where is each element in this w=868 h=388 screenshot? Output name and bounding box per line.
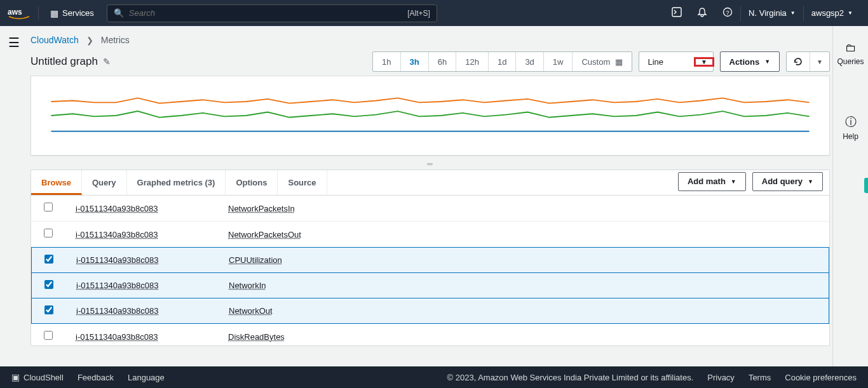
timerange-12h[interactable]: 12h	[456, 52, 489, 71]
cloudshell-icon: ▣	[11, 372, 20, 382]
breadcrumb-sep-icon: ❯	[86, 36, 93, 45]
row-checkbox[interactable]	[44, 255, 53, 264]
chevron-down-icon: ▼	[764, 58, 770, 65]
global-search[interactable]: 🔍 [Alt+S]	[107, 4, 437, 22]
search-input[interactable]	[129, 8, 430, 18]
hamburger-menu-icon[interactable]: ☰	[8, 35, 20, 366]
chevron-down-icon: ▼	[848, 10, 853, 16]
help-panel-button[interactable]: ⓘ Help	[843, 114, 858, 141]
region-label: N. Virginia	[749, 8, 787, 18]
row-checkbox[interactable]	[44, 229, 53, 237]
tab-options[interactable]: Options	[226, 170, 278, 195]
metric-name[interactable]: NetworkIn	[229, 281, 266, 290]
timerange-3d[interactable]: 3d	[516, 52, 543, 71]
tab-query[interactable]: Query	[82, 170, 127, 195]
notifications-icon[interactable]	[689, 7, 715, 20]
edit-title-icon[interactable]: ✎	[103, 57, 111, 67]
account-menu[interactable]: awsgsp2▼	[804, 8, 860, 18]
row-checkbox[interactable]	[44, 203, 53, 211]
metrics-table[interactable]: i-01511340a93b8c083NetworkPacketsIni-015…	[31, 195, 830, 346]
footer-terms[interactable]: Terms	[749, 373, 771, 382]
add-query-label: Add query	[762, 177, 803, 186]
queries-panel-button[interactable]: 🗀 Queries	[837, 41, 864, 66]
table-row[interactable]: i-01511340a93b8c083NetworkPacketsIn	[31, 196, 829, 222]
chevron-down-icon[interactable]: ▼	[695, 58, 713, 65]
queries-icon: 🗀	[845, 41, 857, 55]
instance-id[interactable]: i-01511340a93b8c083	[76, 306, 229, 316]
metric-name[interactable]: CPUUtilization	[229, 255, 282, 265]
add-math-label: Add math	[688, 177, 726, 186]
breadcrumb-root[interactable]: CloudWatch	[31, 35, 79, 45]
graph-title: Untitled graph	[31, 55, 98, 68]
tab-browse[interactable]: Browse	[31, 170, 82, 195]
table-row[interactable]: i-01511340a93b8c083NetworkOut	[31, 298, 829, 324]
actions-label: Actions	[729, 57, 760, 67]
breadcrumb: CloudWatch ❯ Metrics	[28, 31, 832, 51]
footer-cookies[interactable]: Cookie preferences	[785, 373, 857, 382]
instance-id[interactable]: i-01511340a93b8c083	[76, 230, 228, 239]
row-checkbox[interactable]	[44, 331, 53, 340]
metric-name[interactable]: NetworkPacketsIn	[228, 204, 295, 213]
queries-label: Queries	[837, 57, 864, 66]
tab-graphed-metrics[interactable]: Graphed metrics (3)	[127, 170, 226, 195]
metrics-tabs: Browse Query Graphed metrics (3) Options…	[31, 170, 830, 195]
table-row[interactable]: i-01511340a93b8c083DiskReadBytes	[31, 324, 829, 346]
timerange-picker: 1h 3h 6h 12h 1d 3d 1w Custom ▦	[372, 51, 632, 72]
table-row[interactable]: i-01511340a93b8c083NetworkIn	[31, 272, 829, 298]
add-query-button[interactable]: Add query▼	[752, 172, 823, 191]
right-rail: 🗀 Queries ⓘ Help	[832, 26, 868, 366]
instance-id[interactable]: i-01511340a93b8c083	[76, 255, 229, 265]
actions-button[interactable]: Actions▼	[720, 51, 780, 72]
refresh-interval-dropdown[interactable]: ▼	[810, 52, 829, 71]
cloudshell-icon[interactable]	[664, 7, 689, 20]
chart-type-select[interactable]: Line ▼	[639, 51, 714, 72]
info-icon: ⓘ	[845, 114, 857, 130]
footer-cloudshell[interactable]: ▣CloudShell	[11, 372, 64, 382]
footer-language[interactable]: Language	[128, 373, 165, 382]
footer-feedback[interactable]: Feedback	[78, 373, 114, 382]
timerange-6h[interactable]: 6h	[429, 52, 456, 71]
services-label: Services	[62, 8, 94, 18]
chart-type-label: Line	[639, 57, 695, 67]
account-label: awsgsp2	[811, 8, 844, 18]
services-menu[interactable]: ▦ Services	[44, 8, 100, 18]
main-content: CloudWatch ❯ Metrics Untitled graph ✎ 1h…	[28, 26, 832, 366]
svg-text:aws: aws	[8, 8, 22, 17]
help-icon[interactable]: ?	[715, 7, 740, 20]
metric-name[interactable]: NetworkPacketsOut	[228, 230, 301, 239]
breadcrumb-current: Metrics	[101, 35, 130, 45]
region-selector[interactable]: N. Virginia▼	[741, 8, 803, 18]
row-checkbox[interactable]	[44, 305, 53, 314]
metric-name[interactable]: NetworkOut	[229, 306, 273, 316]
timerange-1d[interactable]: 1d	[489, 52, 516, 71]
timerange-1h[interactable]: 1h	[373, 52, 400, 71]
aws-logo[interactable]: aws	[8, 7, 39, 20]
edge-accent	[864, 178, 868, 193]
timerange-1w[interactable]: 1w	[544, 52, 573, 71]
table-row[interactable]: i-01511340a93b8c083CPUUtilization	[31, 247, 829, 273]
chevron-down-icon: ▼	[790, 10, 796, 16]
refresh-button[interactable]	[787, 52, 810, 71]
chart-panel	[31, 76, 830, 156]
refresh-group: ▼	[786, 51, 830, 72]
add-math-button[interactable]: Add math▼	[678, 172, 746, 191]
instance-id[interactable]: i-01511340a93b8c083	[76, 281, 229, 290]
table-row[interactable]: i-01511340a93b8c083NetworkPacketsOut	[31, 222, 829, 248]
svg-rect-1	[672, 8, 681, 17]
tab-source[interactable]: Source	[278, 170, 327, 195]
resize-handle-icon[interactable]: ═	[28, 156, 832, 170]
footer: ▣CloudShell Feedback Language © 2023, Am…	[0, 366, 868, 388]
footer-copyright: © 2023, Amazon Web Services India Privat…	[447, 373, 694, 382]
search-icon: 🔍	[114, 8, 124, 18]
metric-name[interactable]: DiskReadBytes	[228, 332, 285, 342]
timerange-custom[interactable]: Custom ▦	[573, 52, 631, 71]
footer-privacy[interactable]: Privacy	[707, 373, 735, 382]
line-chart	[31, 76, 829, 155]
instance-id[interactable]: i-01511340a93b8c083	[76, 204, 228, 213]
title-row: Untitled graph ✎ 1h 3h 6h 12h 1d 3d 1w C…	[28, 51, 832, 76]
row-checkbox[interactable]	[44, 280, 53, 289]
instance-id[interactable]: i-01511340a93b8c083	[76, 332, 228, 342]
hamburger-column: ☰	[0, 26, 28, 366]
timerange-3h[interactable]: 3h	[401, 52, 429, 71]
top-navigation: aws ▦ Services 🔍 [Alt+S] ? N. Virginia▼ …	[0, 0, 868, 26]
